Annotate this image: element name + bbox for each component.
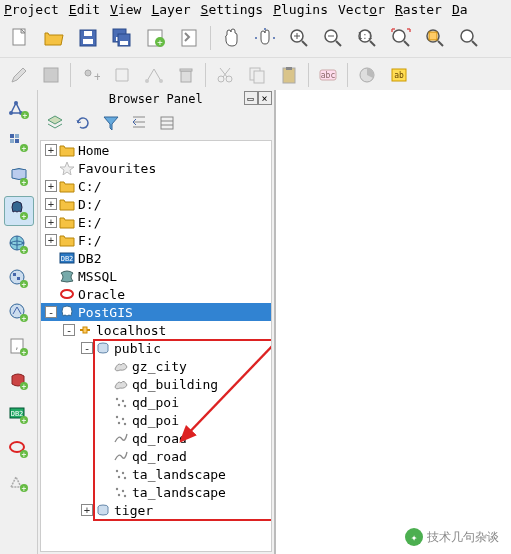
new-project-button[interactable] [4, 22, 36, 54]
collapse-icon[interactable]: - [63, 324, 75, 336]
label-button[interactable]: abc [313, 61, 343, 89]
add-mssql-button[interactable]: + [4, 366, 34, 396]
expand-icon[interactable]: + [45, 198, 57, 210]
svg-rect-66 [13, 273, 16, 276]
move-feature-button[interactable] [107, 61, 137, 89]
zoom-native-button[interactable]: 1:1 [351, 22, 383, 54]
menu-vector[interactable]: Vector [338, 2, 385, 17]
filter-button[interactable] [100, 112, 122, 134]
tree-node-gz_city[interactable]: gz_city [41, 357, 271, 375]
tree-node-localhost[interactable]: -localhost [41, 321, 271, 339]
pie-button[interactable] [352, 61, 382, 89]
add-postgis-button[interactable]: + [4, 196, 34, 226]
add-db2-button[interactable]: DB2+ [4, 400, 34, 430]
add-raster-button[interactable]: + [4, 128, 34, 158]
save-edits-button[interactable] [36, 61, 66, 89]
add-csv-button[interactable]: ,+ [4, 332, 34, 362]
tree-node-label: Home [78, 143, 109, 158]
pie-icon [357, 65, 377, 85]
save-as-button[interactable] [106, 22, 138, 54]
expand-icon[interactable]: + [45, 180, 57, 192]
paste-button[interactable] [274, 61, 304, 89]
tree-node-ta_landscape[interactable]: ta_landscape [41, 483, 271, 501]
delete-selected-button[interactable] [171, 61, 201, 89]
collapse-all-button[interactable] [128, 112, 150, 134]
virtual-layer-icon: + [8, 472, 30, 494]
add-layer-button[interactable] [44, 112, 66, 134]
copy-button[interactable] [242, 61, 272, 89]
tree-node-db2[interactable]: DB2DB2 [41, 249, 271, 267]
expand-icon[interactable]: + [45, 144, 57, 156]
tree-node-qd_building[interactable]: qd_building [41, 375, 271, 393]
zoom-full-button[interactable] [385, 22, 417, 54]
svg-rect-40 [283, 68, 295, 83]
tree-node-tiger[interactable]: +tiger [41, 501, 271, 519]
zoom-selection-button[interactable] [419, 22, 451, 54]
menu-view[interactable]: View [110, 2, 141, 17]
add-wms-button[interactable]: + [4, 230, 34, 260]
composer-manager-button[interactable] [174, 22, 206, 54]
open-project-button[interactable] [38, 22, 70, 54]
tree-node-qd_poi[interactable]: qd_poi [41, 393, 271, 411]
save-project-button[interactable] [72, 22, 104, 54]
browser-tree[interactable]: +HomeFavourites+C:/+D:/+E:/+F:/DB2DB2MSS… [40, 140, 272, 552]
tree-node-qd_poi[interactable]: qd_poi [41, 411, 271, 429]
refresh-button[interactable] [72, 112, 94, 134]
expand-icon[interactable]: + [81, 504, 93, 516]
tree-node-e[interactable]: +E:/ [41, 213, 271, 231]
svg-rect-7 [120, 41, 128, 45]
pan-selection-button[interactable] [249, 22, 281, 54]
add-feature-button[interactable]: + [75, 61, 105, 89]
menu-plugins[interactable]: Plugins [273, 2, 328, 17]
add-spatialite-button[interactable]: + [4, 162, 34, 192]
add-wfs-button[interactable]: + [4, 298, 34, 328]
node-tool-button[interactable] [139, 61, 169, 89]
tree-node-d[interactable]: +D:/ [41, 195, 271, 213]
collapse-icon[interactable]: - [45, 306, 57, 318]
menu-da[interactable]: Da [452, 2, 468, 17]
menu-settings[interactable]: Settings [201, 2, 264, 17]
add-oracle-button[interactable]: + [4, 434, 34, 464]
menu-layer[interactable]: Layer [151, 2, 190, 17]
svg-point-32 [145, 79, 149, 83]
tree-node-public[interactable]: -public [41, 339, 271, 357]
copy-icon [247, 65, 267, 85]
tree-node-mssql[interactable]: MSSQL [41, 267, 271, 285]
main-toolbar: + 1:1 [0, 19, 511, 58]
add-wcs-button[interactable]: + [4, 264, 34, 294]
svg-text:DB2: DB2 [61, 255, 74, 263]
tree-node-label: C:/ [78, 179, 101, 194]
expand-icon[interactable]: + [45, 234, 57, 246]
map-canvas[interactable] [276, 90, 512, 554]
menu-project[interactable]: Project [4, 2, 59, 17]
svg-text:+: + [22, 111, 27, 120]
panel-close-button[interactable]: × [258, 91, 272, 105]
zoom-layer-button[interactable] [453, 22, 485, 54]
tree-node-qd_road[interactable]: qd_road [41, 447, 271, 465]
menu-raster[interactable]: Raster [395, 2, 442, 17]
zoom-in-button[interactable] [283, 22, 315, 54]
tree-node-f[interactable]: +F:/ [41, 231, 271, 249]
tree-node-ta_landscape[interactable]: ta_landscape [41, 465, 271, 483]
expand-icon[interactable]: + [45, 216, 57, 228]
collapse-icon[interactable]: - [81, 342, 93, 354]
add-vector-button[interactable]: + [4, 94, 34, 124]
tree-node-home[interactable]: +Home [41, 141, 271, 159]
edit-button[interactable] [4, 61, 34, 89]
pan-button[interactable] [215, 22, 247, 54]
add-virtual-button[interactable]: + [4, 468, 34, 498]
zoom-out-button[interactable] [317, 22, 349, 54]
properties-button[interactable] [156, 112, 178, 134]
cut-button[interactable] [210, 61, 240, 89]
new-print-composer-button[interactable]: + [140, 22, 172, 54]
tree-node-postgis[interactable]: -PostGIS [41, 303, 271, 321]
tree-node-oracle[interactable]: Oracle [41, 285, 271, 303]
tree-node-c[interactable]: +C:/ [41, 177, 271, 195]
menu-edit[interactable]: Edit [69, 2, 100, 17]
trash-icon [176, 65, 196, 85]
panel-dock-button[interactable]: ▭ [244, 91, 258, 105]
tree-node-favourites[interactable]: Favourites [41, 159, 271, 177]
tree-node-qd_road[interactable]: qd_road [41, 429, 271, 447]
svg-point-103 [124, 423, 126, 425]
highlight-button[interactable]: ab [384, 61, 414, 89]
